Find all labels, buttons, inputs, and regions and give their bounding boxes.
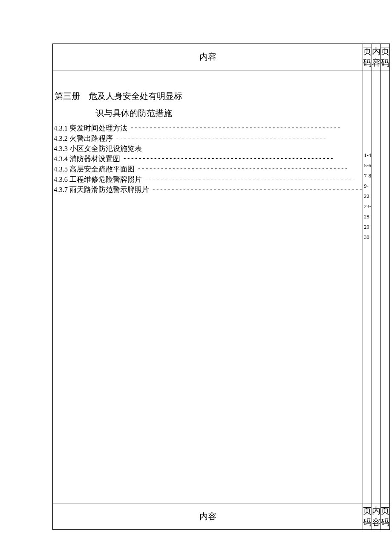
toc-leader <box>142 174 363 185</box>
toc-leader <box>113 134 363 144</box>
volume-title-1: 危及人身安全处有明显标 <box>89 91 182 101</box>
toc-page: 9-22 <box>364 181 372 201</box>
header-content-right: 内容 <box>372 44 381 70</box>
page-cell-right <box>381 70 390 503</box>
toc-page: 29 <box>364 222 372 232</box>
header-content-left: 内容 <box>53 44 363 70</box>
toc-page: 5-6 <box>364 160 372 171</box>
toc-leader <box>135 164 363 174</box>
toc-list: 4.3.1 突发时间处理方法 4.3.2 火警出路程序 4.3.3 小区攵全防氾… <box>53 122 363 195</box>
toc-page: 1-4 <box>364 150 372 160</box>
volume-title-line1: 第三册 危及人身安全处有明显标 <box>55 87 359 105</box>
table-footer-row: 内容 页码 内容 页码 <box>53 503 390 530</box>
toc-item: 4.3.5 高层安全疏散平面图 <box>54 164 363 174</box>
toc-item-label: 4.3.3 小区攵全防氾设施览表 <box>54 144 142 154</box>
toc-item-label: 4.3.4 消防器材设置图 <box>54 154 120 164</box>
toc-item-label: 4.3.1 突发时间处理方法 <box>54 123 127 134</box>
toc-leader <box>120 154 363 164</box>
footer-content-right: 内容 <box>372 503 381 530</box>
header-page-left: 页码 <box>363 44 372 70</box>
toc-item: 4.3.1 突发时间处理方法 <box>54 123 363 134</box>
toc-leader <box>149 185 363 195</box>
toc-page: 30 <box>364 232 372 242</box>
toc-item-label: 4.3.5 高层安全疏散平面图 <box>54 164 135 174</box>
toc-page: 23-28 <box>364 201 372 222</box>
toc-item-label: 4.3.6 工程维修危险警牌照片 <box>54 174 142 185</box>
toc-item-label: 4.3.7 雨天路滑防范警示牌照片 <box>54 185 149 195</box>
toc-leader <box>127 123 363 134</box>
footer-content-left: 内容 <box>53 503 363 530</box>
toc-item: 4.3.3 小区攵全防氾设施览表 <box>54 144 363 154</box>
header-page-right: 页码 <box>381 44 390 70</box>
toc-item: 4.3.7 雨天路滑防范警示牌照片 <box>54 185 363 195</box>
toc-item: 4.3.2 火警出路程序 <box>54 134 363 144</box>
footer-page-left: 页码 <box>363 503 372 530</box>
table-body-row: 第三册 危及人身安全处有明显标 识与具体的防范措施 4.3.1 突发时间处理方法… <box>53 70 390 503</box>
page-cell-left: 1-4 5-6 7-8 9-22 23-28 29 30 <box>363 70 372 503</box>
toc-table: 内容 页码 内容 页码 第三册 危及人身安全处有明显标 识与具体的防范措施 4.… <box>52 44 390 530</box>
toc-page: 7-8 <box>364 171 372 181</box>
volume-prefix: 第三册 <box>55 91 80 101</box>
table-header-row: 内容 页码 内容 页码 <box>53 44 390 70</box>
toc-item: 4.3.6 工程维修危险警牌照片 <box>54 174 363 185</box>
toc-item-label: 4.3.2 火警出路程序 <box>54 134 113 144</box>
volume-title-line2: 识与具体的防范措施 <box>55 105 359 122</box>
toc-item: 4.3.4 消防器材设置图 <box>54 154 363 164</box>
content-cell-right <box>372 70 381 503</box>
content-cell-left: 第三册 危及人身安全处有明显标 识与具体的防范措施 4.3.1 突发时间处理方法… <box>53 70 363 503</box>
footer-page-right: 页码 <box>381 503 390 530</box>
